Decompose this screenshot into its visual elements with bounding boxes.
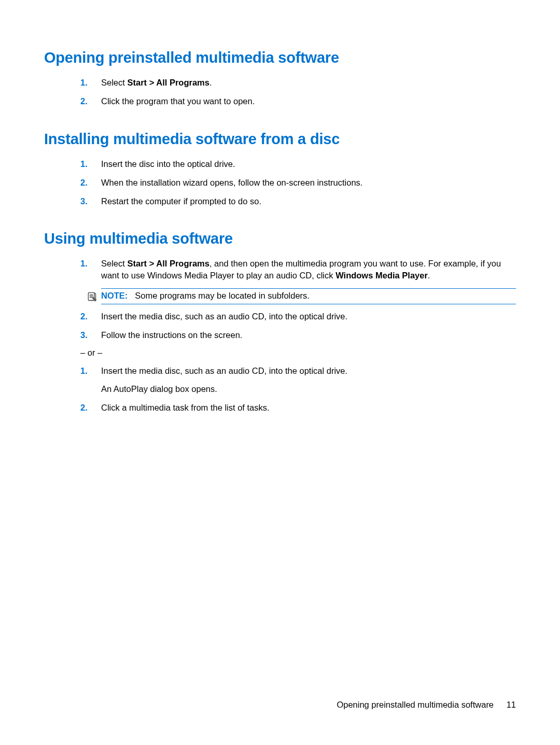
list-item: 3. Follow the instructions on the screen…	[80, 329, 516, 341]
list-item: 2. When the installation wizard opens, f…	[80, 177, 516, 188]
list-item: 2. Insert the media disc, such as an aud…	[80, 311, 516, 322]
note-icon	[87, 291, 97, 302]
ordered-list: 1. Insert the disc into the optical driv…	[44, 158, 516, 207]
note-label: NOTE:	[101, 291, 128, 301]
list-number: 1.	[80, 365, 101, 395]
list-text: Insert the disc into the optical drive.	[101, 158, 516, 170]
section-using-multimedia: Using multimedia software 1. Select Star…	[44, 230, 516, 413]
page-number: 11	[507, 700, 516, 709]
list-number: 1.	[80, 77, 101, 88]
page-footer: Opening preinstalled multimedia software…	[337, 700, 516, 710]
list-item: 2. Click a multimedia task from the list…	[80, 402, 516, 413]
section-installing-from-disc: Installing multimedia software from a di…	[44, 131, 516, 207]
list-number: 2.	[80, 95, 101, 107]
footer-title: Opening preinstalled multimedia software	[337, 700, 494, 709]
list-item: 3. Restart the computer if prompted to d…	[80, 195, 516, 207]
list-text: Insert the media disc, such as an audio …	[101, 311, 516, 322]
list-text: Click the program that you want to open.	[101, 95, 516, 107]
section-heading: Installing multimedia software from a di…	[44, 131, 516, 148]
list-text: Insert the media disc, such as an audio …	[101, 365, 516, 395]
list-number: 2.	[80, 311, 101, 322]
list-text: Restart the computer if prompted to do s…	[101, 195, 516, 207]
list-item: 2. Click the program that you want to op…	[80, 95, 516, 107]
page-content: Opening preinstalled multimedia software…	[0, 0, 560, 745]
list-item: 1. Select Start > All Programs, and then…	[80, 258, 516, 281]
list-text: When the installation wizard opens, foll…	[101, 177, 516, 188]
list-number: 1.	[80, 158, 101, 170]
list-item: 1. Select Start > All Programs.	[80, 77, 516, 88]
section-opening-preinstalled: Opening preinstalled multimedia software…	[44, 49, 516, 107]
section-heading: Opening preinstalled multimedia software	[44, 49, 516, 66]
list-text: Select Start > All Programs.	[101, 77, 516, 88]
list-text: Follow the instructions on the screen.	[101, 329, 516, 341]
list-number: 3.	[80, 195, 101, 207]
list-number: 1.	[80, 258, 101, 281]
section-heading: Using multimedia software	[44, 230, 516, 247]
list-subtext: An AutoPlay dialog box opens.	[101, 383, 516, 395]
note-box: NOTE: Some programs may be located in su…	[101, 288, 516, 304]
list-item: 1. Insert the disc into the optical driv…	[80, 158, 516, 170]
list-number: 3.	[80, 329, 101, 341]
or-separator: – or –	[80, 348, 516, 358]
list-number: 2.	[80, 402, 101, 413]
list-item: 1. Insert the media disc, such as an aud…	[80, 365, 516, 395]
list-text: Click a multimedia task from the list of…	[101, 402, 516, 413]
ordered-list: 1. Insert the media disc, such as an aud…	[44, 365, 516, 413]
ordered-list: 1. Select Start > All Programs. 2. Click…	[44, 77, 516, 107]
ordered-list: 1. Select Start > All Programs, and then…	[44, 258, 516, 341]
list-number: 2.	[80, 177, 101, 188]
note-text: Some programs may be located in subfolde…	[135, 291, 310, 301]
list-text: Select Start > All Programs, and then op…	[101, 258, 516, 281]
